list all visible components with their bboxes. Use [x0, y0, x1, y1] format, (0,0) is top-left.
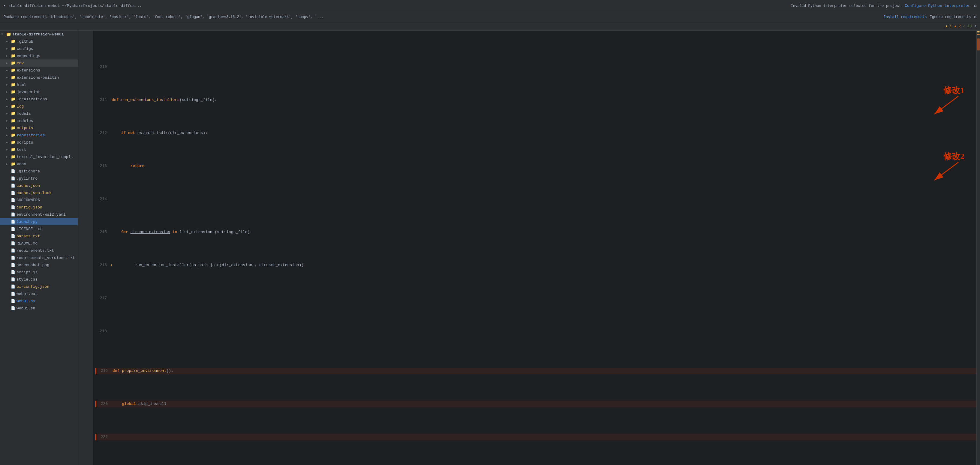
install-requirements-link[interactable]: Install requirements [884, 15, 927, 19]
local-folder-icon: 📁 [11, 97, 16, 102]
style-css-icon: 📄 [11, 277, 15, 282]
html-folder-icon: 📁 [11, 82, 16, 87]
pylintrc-label: .pylintrc [16, 176, 38, 181]
sidebar-item-env-wsl2[interactable]: ▶ 📄 environment-wsl2.yaml [0, 211, 78, 218]
warning-message: Invalid Python interpreter selected for … [791, 4, 901, 8]
warning-counts: ▲ 1 ▲ 2 ✓ 18 ∧ [945, 24, 977, 29]
sidebar-item-test[interactable]: ▶ 📁 test [0, 146, 78, 153]
sidebar-item-params-txt[interactable]: ▶ 📄 params.txt [0, 232, 78, 240]
sidebar-item-cache-json-lock[interactable]: ▶ 📄 cache.json.lock [0, 189, 78, 197]
sidebar-item-scripts[interactable]: ▶ 📁 scripts [0, 139, 78, 146]
code-lines: 210 211 def run_extensions_installers(se… [93, 30, 977, 465]
embeddings-folder-icon: 📁 [11, 53, 16, 58]
sidebar-item-configs[interactable]: ▶ 📁 configs [0, 45, 78, 52]
config-json-icon: 📄 [11, 205, 15, 210]
sidebar-item-gitignore[interactable]: ▶ 📄 .gitignore [0, 168, 78, 175]
ignore-requirements-link[interactable]: Ignore requirements [930, 15, 971, 19]
js-folder-icon: 📁 [11, 89, 16, 94]
sidebar-item-launch-py[interactable]: ▶ 📄 launch.py [0, 218, 78, 225]
github-label: .github [17, 39, 33, 44]
sidebar-item-outputs[interactable]: ▶ 📁 outputs [0, 125, 78, 131]
sidebar-item-requirements[interactable]: ▶ 📄 requirements.txt [0, 247, 78, 254]
ui-config-label: ui-config.json [16, 284, 49, 289]
sidebar-item-readme[interactable]: ▶ 📄 README.md [0, 240, 78, 247]
project-icon: ▪ [3, 3, 6, 8]
sidebar-item-script-js[interactable]: ▶ 📄 script.js [0, 268, 78, 276]
sidebar-item-cache-json[interactable]: ▶ 📄 cache.json [0, 182, 78, 189]
top-bar-right: Invalid Python interpreter selected for … [791, 3, 977, 8]
scripts-folder-icon: 📁 [11, 140, 16, 145]
ext-builtin-folder-icon: 📁 [11, 75, 16, 80]
sidebar-item-embeddings[interactable]: ▶ 📁 embeddings [0, 52, 78, 59]
webui-sh-icon: 📄 [11, 306, 15, 311]
sidebar-item-webui-sh[interactable]: ▶ 📄 webui.sh [0, 305, 78, 312]
req-versions-icon: 📄 [11, 256, 15, 260]
line-221: 221 [95, 434, 977, 440]
log-label: log [17, 104, 24, 109]
venv-arrow: ▶ [6, 162, 10, 166]
project-folder-icon: 📁 [6, 32, 11, 37]
sidebar-item-webui-py[interactable]: ▶ 📄 webui.py [0, 297, 78, 305]
line-219: 219 def prepare_environment(): [95, 368, 977, 374]
warning-marker-2 [977, 34, 980, 35]
test-arrow: ▶ [6, 148, 10, 152]
warning-1-count[interactable]: ▲ 1 [945, 24, 952, 29]
pylintrc-file-icon: 📄 [11, 176, 15, 181]
line-211: 211 def run_extensions_installers(settin… [95, 97, 977, 103]
right-scrollbar[interactable] [977, 30, 980, 465]
sidebar-item-pylintrc[interactable]: ▶ 📄 .pylintrc [0, 175, 78, 182]
readme-icon: 📄 [11, 241, 15, 246]
sidebar-item-env[interactable]: ▶ 📁 env [0, 59, 78, 67]
configure-python-link[interactable]: Configure Python interpreter [905, 3, 970, 8]
sidebar-item-venv[interactable]: ▶ 📁 venv [0, 160, 78, 168]
sidebar-item-localizations[interactable]: ▶ 📁 localizations [0, 96, 78, 103]
sidebar-item-log[interactable]: ▶ 📁 log [0, 103, 78, 110]
sidebar-item-textual-inversion[interactable]: ▶ 📁 textual_inversion_templates [0, 153, 78, 160]
sidebar-item-github[interactable]: ▶ 📁 .github [0, 38, 78, 45]
sidebar-item-extensions[interactable]: ▶ 📁 extensions [0, 67, 78, 74]
tit-label: textual_inversion_templates [17, 155, 75, 159]
sidebar-item-webui-bat[interactable]: ▶ 📄 webui.bat [0, 290, 78, 297]
sidebar-item-codeowners[interactable]: ▶ 📄 CODEOWNERS [0, 197, 78, 204]
sidebar-item-extensions-builtin[interactable]: ▶ 📁 extensions-builtin [0, 74, 78, 81]
notification-gear-icon[interactable]: ⚙ [974, 14, 977, 19]
code-editor[interactable]: 210 211 def run_extensions_installers(se… [78, 30, 977, 465]
chevron-icon[interactable]: ∧ [974, 24, 977, 29]
configs-arrow: ▶ [6, 47, 10, 51]
project-path: ▪ stable-diffusion-webui ~/PycharmProjec… [3, 3, 142, 8]
tit-arrow: ▶ [6, 155, 10, 158]
repos-folder-icon: 📁 [11, 133, 16, 137]
codeowners-file-icon: 📄 [11, 198, 15, 203]
line-numbers [78, 30, 93, 465]
gitignore-label: .gitignore [16, 169, 40, 174]
sidebar-item-config-json[interactable]: ▶ 📄 config.json [0, 204, 78, 211]
readme-label: README.md [16, 241, 38, 246]
warning-2-count[interactable]: ▲ 2 [954, 24, 961, 29]
scripts-label: scripts [17, 140, 33, 145]
sidebar-item-html[interactable]: ▶ 📁 html [0, 81, 78, 88]
launch-py-icon: 📄 [11, 220, 15, 224]
sidebar-item-screenshot[interactable]: ▶ 📄 screenshot.png [0, 261, 78, 268]
notification-text: Package requirements 'blendmodes', 'acce… [3, 15, 323, 19]
cache-json-file-icon: 📄 [11, 184, 15, 188]
sidebar-item-requirements-versions[interactable]: ▶ 📄 requirements_versions.txt [0, 254, 78, 261]
sidebar-item-models[interactable]: ▶ 📁 models [0, 110, 78, 117]
license-label: LICENSE.txt [16, 227, 42, 231]
launch-py-label: launch.py [16, 220, 38, 224]
repos-label: repositories [17, 133, 45, 137]
sidebar-item-license[interactable]: ▶ 📄 LICENSE.txt [0, 225, 78, 232]
sidebar-item-style-css[interactable]: ▶ 📄 style.css [0, 276, 78, 283]
requirements-label: requirements.txt [16, 248, 54, 253]
test-label: test [17, 147, 26, 152]
ui-config-icon: 📄 [11, 284, 15, 289]
sidebar-item-repositories[interactable]: ▶ 📁 repositories [0, 131, 78, 139]
settings-icon[interactable]: ⚙ [974, 3, 977, 8]
sidebar-item-ui-config[interactable]: ▶ 📄 ui-config.json [0, 283, 78, 290]
sidebar-item-javascript[interactable]: ▶ 📁 javascript [0, 88, 78, 96]
log-folder-icon: 📁 [11, 104, 16, 109]
params-txt-icon: 📄 [11, 234, 15, 238]
sidebar-item-root[interactable]: ▼ 📁 stable-diffusion-webui [0, 30, 78, 38]
sidebar-item-modules[interactable]: ▶ 📁 modules [0, 117, 78, 125]
line-marker-216: ◈ [110, 262, 115, 268]
ok-count[interactable]: ✓ 18 [963, 24, 972, 29]
